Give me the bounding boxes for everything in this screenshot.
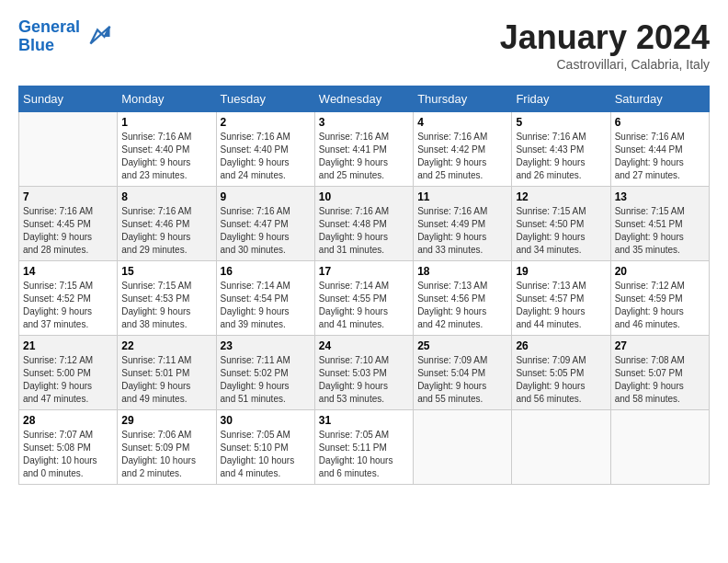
calendar-cell: 18Sunrise: 7:13 AM Sunset: 4:56 PM Dayli… <box>414 261 512 336</box>
calendar-cell: 30Sunrise: 7:05 AM Sunset: 5:10 PM Dayli… <box>216 410 314 485</box>
weekday-row: SundayMondayTuesdayWednesdayThursdayFrid… <box>19 86 710 112</box>
calendar-cell: 7Sunrise: 7:16 AM Sunset: 4:45 PM Daylig… <box>19 187 118 261</box>
calendar-cell: 13Sunrise: 7:15 AM Sunset: 4:51 PM Dayli… <box>610 187 709 261</box>
day-number: 27 <box>615 339 705 352</box>
calendar-cell: 2Sunrise: 7:16 AM Sunset: 4:40 PM Daylig… <box>216 112 314 187</box>
day-number: 30 <box>221 414 311 427</box>
logo-line2: Blue <box>18 36 54 54</box>
day-info: Sunrise: 7:08 AM Sunset: 5:07 PM Dayligh… <box>615 354 705 406</box>
day-info: Sunrise: 7:05 AM Sunset: 5:10 PM Dayligh… <box>221 429 311 480</box>
day-number: 25 <box>417 339 507 352</box>
day-number: 12 <box>516 190 606 203</box>
day-number: 18 <box>417 265 507 278</box>
calendar-cell: 4Sunrise: 7:16 AM Sunset: 4:42 PM Daylig… <box>414 112 512 187</box>
day-number: 7 <box>23 190 113 203</box>
calendar-cell: 27Sunrise: 7:08 AM Sunset: 5:07 PM Dayli… <box>610 336 709 410</box>
day-number: 1 <box>121 116 211 129</box>
day-number: 3 <box>319 116 409 129</box>
day-info: Sunrise: 7:16 AM Sunset: 4:47 PM Dayligh… <box>221 205 311 257</box>
day-number: 23 <box>221 339 311 352</box>
day-info: Sunrise: 7:11 AM Sunset: 5:02 PM Dayligh… <box>221 354 311 406</box>
calendar-cell: 23Sunrise: 7:11 AM Sunset: 5:02 PM Dayli… <box>216 336 314 410</box>
calendar-week-2: 7Sunrise: 7:16 AM Sunset: 4:45 PM Daylig… <box>19 187 710 261</box>
calendar-cell: 20Sunrise: 7:12 AM Sunset: 4:59 PM Dayli… <box>610 261 709 336</box>
logo-text: General Blue <box>18 18 80 55</box>
calendar-cell: 16Sunrise: 7:14 AM Sunset: 4:54 PM Dayli… <box>216 261 314 336</box>
calendar-cell: 8Sunrise: 7:16 AM Sunset: 4:46 PM Daylig… <box>118 187 216 261</box>
day-number: 4 <box>417 116 507 129</box>
day-info: Sunrise: 7:16 AM Sunset: 4:43 PM Dayligh… <box>516 131 606 182</box>
calendar-cell <box>512 410 610 485</box>
logo-line1: General <box>18 17 80 36</box>
day-info: Sunrise: 7:09 AM Sunset: 5:04 PM Dayligh… <box>417 354 507 406</box>
calendar-cell: 9Sunrise: 7:16 AM Sunset: 4:47 PM Daylig… <box>216 187 314 261</box>
day-info: Sunrise: 7:12 AM Sunset: 4:59 PM Dayligh… <box>615 280 705 331</box>
day-info: Sunrise: 7:11 AM Sunset: 5:01 PM Dayligh… <box>121 354 211 406</box>
logo-icon <box>84 23 111 51</box>
calendar-week-4: 21Sunrise: 7:12 AM Sunset: 5:00 PM Dayli… <box>19 336 710 410</box>
day-info: Sunrise: 7:05 AM Sunset: 5:11 PM Dayligh… <box>319 429 409 480</box>
calendar-cell <box>19 112 118 187</box>
day-info: Sunrise: 7:12 AM Sunset: 5:00 PM Dayligh… <box>23 354 113 406</box>
calendar-cell: 31Sunrise: 7:05 AM Sunset: 5:11 PM Dayli… <box>314 410 413 485</box>
calendar-cell: 3Sunrise: 7:16 AM Sunset: 4:41 PM Daylig… <box>314 112 413 187</box>
day-number: 21 <box>23 339 113 352</box>
day-number: 6 <box>615 116 705 129</box>
calendar-cell: 19Sunrise: 7:13 AM Sunset: 4:57 PM Dayli… <box>512 261 610 336</box>
weekday-header-tuesday: Tuesday <box>216 86 314 112</box>
day-info: Sunrise: 7:10 AM Sunset: 5:03 PM Dayligh… <box>319 354 409 406</box>
day-number: 24 <box>319 339 409 352</box>
calendar-week-1: 1Sunrise: 7:16 AM Sunset: 4:40 PM Daylig… <box>19 112 710 187</box>
location: Castrovillari, Calabria, Italy <box>500 57 710 72</box>
day-info: Sunrise: 7:15 AM Sunset: 4:52 PM Dayligh… <box>23 280 113 331</box>
calendar-table: SundayMondayTuesdayWednesdayThursdayFrid… <box>18 86 710 485</box>
day-number: 10 <box>319 190 409 203</box>
day-number: 14 <box>23 265 113 278</box>
title-block: January 2024 Castrovillari, Calabria, It… <box>500 18 710 72</box>
calendar-cell: 15Sunrise: 7:15 AM Sunset: 4:53 PM Dayli… <box>118 261 216 336</box>
day-number: 28 <box>23 414 113 427</box>
day-info: Sunrise: 7:15 AM Sunset: 4:53 PM Dayligh… <box>121 280 211 331</box>
day-info: Sunrise: 7:16 AM Sunset: 4:48 PM Dayligh… <box>319 205 409 257</box>
calendar-cell: 12Sunrise: 7:15 AM Sunset: 4:50 PM Dayli… <box>512 187 610 261</box>
day-number: 8 <box>121 190 211 203</box>
day-number: 19 <box>516 265 606 278</box>
day-info: Sunrise: 7:15 AM Sunset: 4:51 PM Dayligh… <box>615 205 705 257</box>
day-number: 9 <box>221 190 311 203</box>
day-number: 16 <box>221 265 311 278</box>
weekday-header-thursday: Thursday <box>414 86 512 112</box>
day-number: 15 <box>121 265 211 278</box>
day-info: Sunrise: 7:13 AM Sunset: 4:56 PM Dayligh… <box>417 280 507 331</box>
day-info: Sunrise: 7:06 AM Sunset: 5:09 PM Dayligh… <box>121 429 211 480</box>
calendar-cell: 1Sunrise: 7:16 AM Sunset: 4:40 PM Daylig… <box>118 112 216 187</box>
calendar-cell <box>414 410 512 485</box>
day-number: 17 <box>319 265 409 278</box>
day-info: Sunrise: 7:16 AM Sunset: 4:45 PM Dayligh… <box>23 205 113 257</box>
calendar-header: SundayMondayTuesdayWednesdayThursdayFrid… <box>19 86 710 112</box>
day-info: Sunrise: 7:07 AM Sunset: 5:08 PM Dayligh… <box>23 429 113 480</box>
weekday-header-wednesday: Wednesday <box>314 86 413 112</box>
day-number: 5 <box>516 116 606 129</box>
calendar-cell: 25Sunrise: 7:09 AM Sunset: 5:04 PM Dayli… <box>414 336 512 410</box>
calendar-cell <box>610 410 709 485</box>
day-info: Sunrise: 7:14 AM Sunset: 4:54 PM Dayligh… <box>221 280 311 331</box>
calendar-cell: 24Sunrise: 7:10 AM Sunset: 5:03 PM Dayli… <box>314 336 413 410</box>
day-info: Sunrise: 7:14 AM Sunset: 4:55 PM Dayligh… <box>319 280 409 331</box>
logo: General Blue <box>18 18 111 55</box>
day-number: 2 <box>221 116 311 129</box>
calendar-cell: 22Sunrise: 7:11 AM Sunset: 5:01 PM Dayli… <box>118 336 216 410</box>
calendar-cell: 29Sunrise: 7:06 AM Sunset: 5:09 PM Dayli… <box>118 410 216 485</box>
weekday-header-sunday: Sunday <box>19 86 118 112</box>
calendar-cell: 21Sunrise: 7:12 AM Sunset: 5:00 PM Dayli… <box>19 336 118 410</box>
day-info: Sunrise: 7:16 AM Sunset: 4:42 PM Dayligh… <box>417 131 507 182</box>
calendar-cell: 5Sunrise: 7:16 AM Sunset: 4:43 PM Daylig… <box>512 112 610 187</box>
calendar-cell: 28Sunrise: 7:07 AM Sunset: 5:08 PM Dayli… <box>19 410 118 485</box>
day-number: 20 <box>615 265 705 278</box>
weekday-header-friday: Friday <box>512 86 610 112</box>
calendar-cell: 6Sunrise: 7:16 AM Sunset: 4:44 PM Daylig… <box>610 112 709 187</box>
day-info: Sunrise: 7:16 AM Sunset: 4:49 PM Dayligh… <box>417 205 507 257</box>
weekday-header-saturday: Saturday <box>610 86 709 112</box>
day-info: Sunrise: 7:16 AM Sunset: 4:44 PM Dayligh… <box>615 131 705 182</box>
day-number: 11 <box>417 190 507 203</box>
day-number: 22 <box>121 339 211 352</box>
